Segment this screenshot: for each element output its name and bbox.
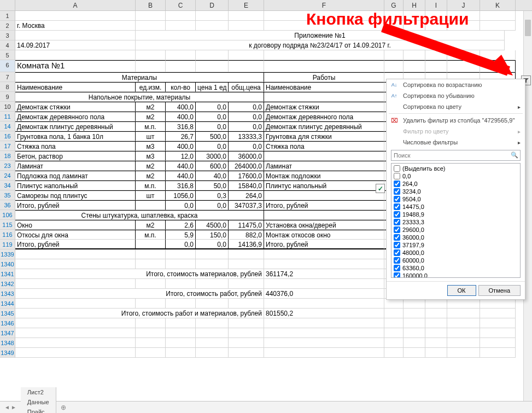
cell[interactable] — [425, 299, 447, 309]
add-sheet-button[interactable]: ⊕ — [56, 402, 71, 413]
row-header[interactable]: 1348 — [0, 338, 15, 348]
cell[interactable]: Бетон, раствор — [15, 151, 136, 161]
cell[interactable]: 400,0 — [166, 102, 196, 112]
cancel-button[interactable]: Отмена — [478, 285, 521, 296]
cell[interactable]: 316,8 — [166, 121, 196, 131]
cell[interactable]: м2 — [136, 102, 166, 112]
cell[interactable] — [15, 249, 136, 259]
cell[interactable]: Итого, рублей — [264, 240, 384, 249]
cell[interactable]: Демонтаж деревянного пола — [15, 112, 136, 121]
col-header-B[interactable]: B — [136, 0, 166, 10]
row-header[interactable]: 1347 — [0, 328, 15, 338]
cell[interactable]: Монтаж подложки — [264, 171, 384, 181]
cell[interactable] — [15, 50, 136, 60]
cell[interactable]: цена 1 ед — [196, 82, 229, 92]
cell[interactable] — [136, 240, 166, 249]
filter-value-item[interactable]: 14475,0 — [393, 203, 519, 211]
cell[interactable] — [229, 21, 264, 31]
cell[interactable]: 11475,0 — [229, 220, 264, 230]
row-header[interactable]: 106 — [0, 210, 15, 220]
cell[interactable] — [196, 11, 229, 21]
cell[interactable] — [264, 299, 384, 309]
cell[interactable] — [136, 200, 166, 210]
filter-value-checkbox[interactable] — [394, 226, 400, 233]
cell[interactable] — [136, 11, 166, 21]
filter-value-checkbox[interactable] — [394, 249, 400, 256]
row-header[interactable]: 11 — [0, 112, 15, 121]
row-header[interactable]: 1343 — [0, 289, 15, 299]
filter-value-checkbox[interactable] — [394, 203, 400, 210]
cell[interactable] — [166, 249, 196, 259]
cell[interactable]: 0,0 — [166, 200, 196, 210]
row-header[interactable]: 1341 — [0, 269, 15, 279]
cell[interactable]: Напольное покрытие, материалы — [15, 92, 264, 102]
cell[interactable]: 2,6 — [166, 220, 196, 230]
cell[interactable]: Плинтус напольный — [15, 181, 136, 190]
cell[interactable]: 15840,0 — [229, 181, 264, 190]
cell[interactable] — [229, 348, 264, 358]
cell[interactable] — [136, 279, 166, 289]
cell[interactable]: 0,0 — [196, 112, 229, 121]
row-header[interactable]: 3 — [0, 31, 15, 40]
sort-ascending[interactable]: A↓ Сортировка по возрастанию — [387, 79, 525, 90]
cell[interactable] — [480, 348, 516, 358]
cell[interactable] — [229, 318, 264, 328]
cell[interactable] — [264, 190, 384, 200]
cell[interactable] — [229, 299, 264, 309]
cell[interactable]: м2 — [136, 171, 166, 181]
filter-value-item[interactable]: 23333,3 — [393, 218, 519, 226]
row-header[interactable]: 36 — [0, 200, 15, 210]
cell[interactable] — [136, 21, 166, 31]
cell[interactable]: 347037,3 — [229, 200, 264, 210]
sheet-tab[interactable]: Прайс — [21, 407, 56, 414]
cell[interactable] — [166, 259, 196, 269]
cell[interactable]: м2 — [136, 161, 166, 171]
cell[interactable] — [480, 318, 516, 328]
row-header[interactable]: 2 — [0, 21, 15, 31]
cell[interactable] — [166, 328, 196, 338]
cell[interactable]: Демонтаж плинтус деревянный — [15, 121, 136, 131]
cell[interactable]: 0,0 — [229, 112, 264, 121]
cell[interactable]: Стяжка пола — [15, 141, 136, 151]
col-header-F[interactable]: F — [264, 0, 384, 10]
cell[interactable]: м.п. — [136, 181, 166, 190]
row-header[interactable]: 14 — [0, 121, 15, 131]
filter-value-checkbox[interactable] — [394, 173, 400, 179]
cell[interactable]: 440376,0 — [264, 289, 384, 299]
cell[interactable] — [166, 348, 196, 358]
cell[interactable]: Монтаж откосов окно — [264, 230, 384, 240]
filter-value-item[interactable]: 48000,0 — [393, 249, 519, 257]
cell[interactable] — [480, 338, 516, 348]
filter-values-list[interactable]: (Выделить все) 0,0264,03234,09504,014475… — [391, 163, 521, 278]
cell[interactable]: 26,7 — [166, 131, 196, 141]
sheet-tab[interactable]: Данные — [21, 397, 56, 407]
cell[interactable]: 0,0 — [166, 240, 196, 249]
col-header-H[interactable]: H — [404, 0, 425, 10]
row-header[interactable]: 119 — [0, 240, 15, 249]
cell[interactable] — [264, 318, 384, 328]
cell[interactable]: м2 — [136, 220, 166, 230]
filter-value-checkbox[interactable] — [394, 181, 400, 187]
cell[interactable]: Плинтус напольный — [264, 181, 384, 190]
cell[interactable]: 316,8 — [166, 181, 196, 190]
cell[interactable]: Грунтовка пола, 1 банка 10л — [15, 131, 136, 141]
col-header-K[interactable]: K — [480, 0, 516, 10]
cell[interactable] — [229, 328, 264, 338]
cell[interactable] — [15, 31, 136, 40]
cell[interactable]: 0,0 — [196, 240, 229, 249]
cell[interactable] — [196, 279, 229, 289]
cell[interactable]: 1056,0 — [166, 190, 196, 200]
ok-button[interactable]: ОК — [447, 285, 476, 296]
cell[interactable] — [136, 50, 166, 60]
cell[interactable]: 500,0 — [196, 131, 229, 141]
cell[interactable]: 0,0 — [196, 141, 229, 151]
cell[interactable] — [15, 259, 136, 269]
cell[interactable]: 882,0 — [229, 230, 264, 240]
cell[interactable] — [196, 50, 229, 60]
cell[interactable]: Стяжка пола — [264, 141, 384, 151]
cell[interactable] — [196, 328, 229, 338]
cell[interactable]: Демонтаж стяжки — [264, 102, 384, 112]
cell[interactable] — [136, 328, 166, 338]
cell[interactable] — [264, 60, 384, 72]
filter-value-item[interactable]: 36000,0 — [393, 234, 519, 241]
